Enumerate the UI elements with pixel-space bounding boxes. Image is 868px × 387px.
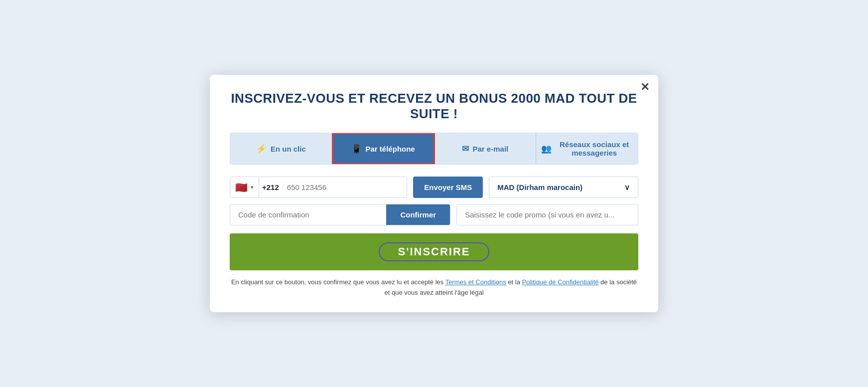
close-button[interactable]: ✕ <box>640 82 649 93</box>
confirm-input-group: Confirmer <box>230 204 450 225</box>
country-selector[interactable]: 🇲🇦 ▾ <box>230 177 259 197</box>
tab-one-click-label: En un clic <box>271 145 306 153</box>
currency-dropdown[interactable]: MAD (Dirham marocain) ∨ <box>489 177 638 198</box>
tab-social[interactable]: 👥 Réseaux sociaux et messageries <box>536 133 638 164</box>
tab-one-click[interactable]: ⚡ En un clic <box>230 133 332 164</box>
terms-link[interactable]: Termes et Conditions <box>445 278 506 286</box>
phone-number-input[interactable] <box>283 177 407 197</box>
confirmation-row: Confirmer <box>230 204 638 225</box>
register-button-wrap: S'INSCRIRE <box>230 233 638 270</box>
confirm-button[interactable]: Confirmer <box>386 204 450 225</box>
legal-text-middle: et la <box>506 278 522 286</box>
tab-social-label: Réseaux sociaux et messageries <box>556 140 633 157</box>
registration-tabs: ⚡ En un clic 📱 Par téléphone ✉ Par e-mai… <box>230 133 638 165</box>
tab-phone[interactable]: 📱 Par téléphone <box>332 133 434 164</box>
social-icon: 👥 <box>541 144 552 154</box>
bolt-icon: ⚡ <box>256 144 267 154</box>
legal-text-before: En cliquant sur ce bouton, vous confirme… <box>231 278 445 286</box>
flag-chevron-icon: ▾ <box>251 184 254 191</box>
email-icon: ✉ <box>462 144 469 154</box>
flag-icon: 🇲🇦 <box>235 182 248 194</box>
legal-text: En cliquant sur ce bouton, vous confirme… <box>230 277 638 298</box>
confirmation-code-input[interactable] <box>230 204 386 225</box>
register-button-label: S'INSCRIRE <box>379 242 489 261</box>
modal-title: INSCRIVEZ-VOUS ET RECEVEZ UN BONUS 2000 … <box>230 91 638 122</box>
phone-input-group: 🇲🇦 ▾ +212 <box>230 177 407 198</box>
registration-modal: ✕ INSCRIVEZ-VOUS ET RECEVEZ UN BONUS 200… <box>210 75 658 312</box>
register-button[interactable]: S'INSCRIRE <box>230 233 638 270</box>
send-sms-button[interactable]: Envoyer SMS <box>413 177 483 198</box>
phone-icon: 📱 <box>351 144 362 154</box>
currency-chevron-icon: ∨ <box>624 183 630 192</box>
phone-row: 🇲🇦 ▾ +212 Envoyer SMS MAD (Dirham maroca… <box>230 177 638 198</box>
tab-email[interactable]: ✉ Par e-mail <box>434 133 537 164</box>
phone-prefix: +212 <box>259 177 283 197</box>
currency-label: MAD (Dirham marocain) <box>497 183 582 192</box>
tab-phone-label: Par téléphone <box>366 145 415 153</box>
promo-code-input[interactable] <box>456 204 638 225</box>
tab-email-label: Par e-mail <box>473 145 509 153</box>
privacy-link[interactable]: Politique de Confidentialité <box>522 278 599 286</box>
